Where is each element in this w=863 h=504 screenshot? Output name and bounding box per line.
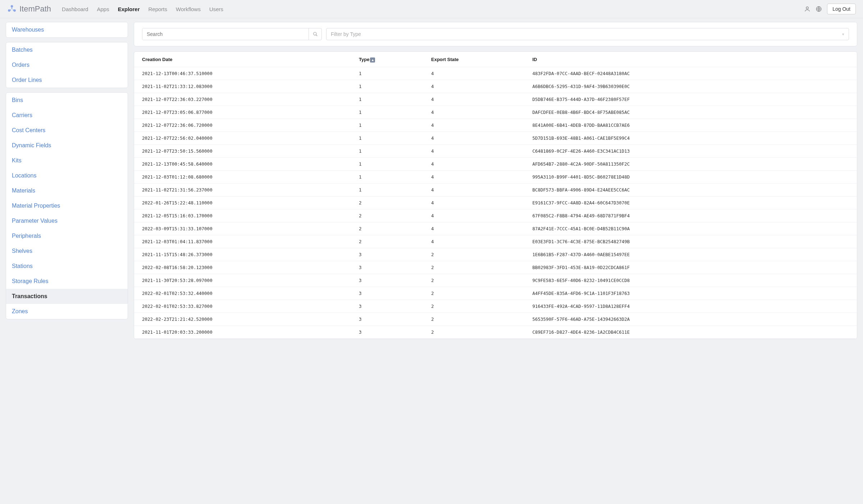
sidebar-item-order-lines[interactable]: Order Lines [6,73,128,88]
brand-text: ItemPath [19,4,51,14]
sidebar-item-storage-rules[interactable]: Storage Rules [6,274,128,289]
cell-export-state: 2 [423,287,524,300]
table-row[interactable]: 2021-12-07T23:05:06.87700014DAFCDFEE-0EB… [134,106,857,119]
table-row[interactable]: 2022-03-09T15:31:33.1070002487A2F41E-7CC… [134,222,857,235]
table-row[interactable]: 2021-11-02T21:33:12.08300014A6B6DBC6-529… [134,80,857,93]
table-row[interactable]: 2021-12-05T15:16:03.1700002467F085C2-F8B… [134,209,857,222]
sidebar-item-warehouses[interactable]: Warehouses [6,22,128,37]
sidebar-item-peripherals[interactable]: Peripherals [6,228,128,244]
top-bar: ItemPath DashboardAppsExplorerReportsWor… [0,0,863,18]
table-row[interactable]: 2022-02-01T02:53:32.44000032A4FF45DE-835… [134,287,857,300]
sidebar-item-zones[interactable]: Zones [6,304,128,319]
cell-id: C89EF716-D827-4DE4-8236-1A2CDB4C611E [524,325,857,338]
search-input[interactable] [142,28,309,40]
cell-type: 1 [351,80,423,93]
user-icon[interactable] [804,6,811,12]
table-row[interactable]: 2021-12-13T00:45:58.64000014AFD654B7-288… [134,157,857,170]
sidebar-item-transactions[interactable]: Transactions [6,289,128,304]
table-row[interactable]: 2021-12-03T01:04:11.83700024E03E3FD1-3C7… [134,235,857,248]
type-filter[interactable]: Filter by Type ▾ [326,28,849,40]
logout-button[interactable]: Log Out [827,4,856,14]
cell-type: 3 [351,261,423,274]
cell-id: C6481869-0C2F-4E26-A460-E3C341AC1D13 [524,144,857,157]
cell-id: 67F085C2-F8B8-4794-AE49-68D7871F9BF4 [524,209,857,222]
sidebar-item-locations[interactable]: Locations [6,168,128,183]
cell-export-state: 4 [423,235,524,248]
cell-type: 3 [351,287,423,300]
cell-creation-date: 2022-02-08T16:58:20.123000 [134,261,351,274]
cell-creation-date: 2021-12-13T00:46:37.510000 [134,67,351,80]
nav-reports[interactable]: Reports [149,6,168,12]
table-row[interactable]: 2022-01-26T15:22:48.11000024E9161C37-9FC… [134,196,857,209]
column-label: Type [359,57,369,62]
table-row[interactable]: 2021-12-07T22:36:03.22700014D5DB746E-B37… [134,93,857,106]
cell-id: E9161C37-9FCC-4A8D-82A4-60C647D3070E [524,196,857,209]
transactions-table: Creation DateType▲Export StateID 2021-12… [134,52,857,339]
column-type[interactable]: Type▲ [351,52,423,67]
cell-id: E03E3FD1-3C76-4C3E-875E-BCB25482749B [524,235,857,248]
cell-export-state: 2 [423,300,524,313]
cell-type: 2 [351,196,423,209]
logo-icon [7,4,17,14]
table-row[interactable]: 2021-12-03T01:12:08.68000014995A3110-B99… [134,170,857,183]
nav-workflows[interactable]: Workflows [176,6,201,12]
cell-type: 1 [351,183,423,196]
cell-type: 2 [351,209,423,222]
table-row[interactable]: 2021-11-02T21:31:56.23700014BC8DF573-BBF… [134,183,857,196]
table-row[interactable]: 2021-11-15T15:48:26.373000321E6B61B5-F28… [134,248,857,261]
sidebar-item-dynamic-fields[interactable]: Dynamic Fields [6,138,128,153]
cell-creation-date: 2021-12-13T00:45:58.640000 [134,157,351,170]
nav-users[interactable]: Users [209,6,223,12]
sidebar-item-bins[interactable]: Bins [6,93,128,108]
brand[interactable]: ItemPath [7,4,51,14]
table-row[interactable]: 2021-11-30T20:53:28.097000329C9FE583-6E5… [134,274,857,287]
cell-creation-date: 2021-12-07T22:56:02.040000 [134,131,351,144]
search-button[interactable] [309,28,321,40]
table-row[interactable]: 2021-12-07T22:36:06.720000148E41A00E-6B4… [134,119,857,131]
sidebar-item-carriers[interactable]: Carriers [6,108,128,123]
table-row[interactable]: 2022-02-08T16:58:20.12300032BB02983F-3FD… [134,261,857,274]
column-export-state[interactable]: Export State [423,52,524,67]
table-header-row: Creation DateType▲Export StateID [134,52,857,67]
sidebar-item-cost-centers[interactable]: Cost Centers [6,123,128,138]
table-row[interactable]: 2022-02-01T02:53:33.82700032916433FE-492… [134,300,857,313]
nav-apps[interactable]: Apps [97,6,109,12]
sidebar-item-stations[interactable]: Stations [6,259,128,274]
sidebar-item-parameter-values[interactable]: Parameter Values [6,213,128,228]
cell-export-state: 4 [423,67,524,80]
column-label: ID [532,57,537,62]
cell-creation-date: 2022-03-09T15:31:33.107000 [134,222,351,235]
cell-creation-date: 2021-12-07T22:36:03.227000 [134,93,351,106]
sidebar-item-kits[interactable]: Kits [6,153,128,168]
sidebar-item-batches[interactable]: Batches [6,42,128,57]
table-row[interactable]: 2022-02-23T21:21:42.520000325653590F-57F… [134,313,857,325]
cell-type: 2 [351,222,423,235]
cell-export-state: 4 [423,157,524,170]
sidebar-item-orders[interactable]: Orders [6,57,128,73]
table-row[interactable]: 2021-12-07T23:50:15.56000014C6481869-0C2… [134,144,857,157]
cell-export-state: 4 [423,80,524,93]
main: Filter by Type ▾ Creation DateType▲Expor… [134,22,857,339]
search-wrap [142,28,322,40]
sidebar-group: BatchesOrdersOrder Lines [6,42,128,88]
cell-creation-date: 2021-11-30T20:53:28.097000 [134,274,351,287]
table-row[interactable]: 2021-12-13T00:46:37.51000014483F2FDA-07C… [134,67,857,80]
cell-creation-date: 2021-11-01T20:03:33.200000 [134,325,351,338]
column-creation-date[interactable]: Creation Date [134,52,351,67]
sidebar-item-material-properties[interactable]: Material Properties [6,198,128,213]
globe-icon[interactable] [816,6,822,12]
nav-explorer[interactable]: Explorer [118,6,140,12]
cell-creation-date: 2021-12-07T23:05:06.877000 [134,106,351,119]
column-id[interactable]: ID [524,52,857,67]
sidebar-item-shelves[interactable]: Shelves [6,244,128,259]
sidebar-item-materials[interactable]: Materials [6,183,128,198]
table-card: Creation DateType▲Export StateID 2021-12… [134,51,857,339]
filter-card: Filter by Type ▾ [134,22,857,46]
cell-id: BC8DF573-BBFA-4906-89D4-E24AEE5CC6AC [524,183,857,196]
table-row[interactable]: 2021-12-07T22:56:02.040000145D7D151B-693… [134,131,857,144]
cell-id: 87A2F41E-7CCC-45A1-BC0E-D4B52B11C90A [524,222,857,235]
table-row[interactable]: 2021-11-01T20:03:33.20000032C89EF716-D82… [134,325,857,338]
sidebar: WarehousesBatchesOrdersOrder LinesBinsCa… [6,22,128,319]
nav-dashboard[interactable]: Dashboard [62,6,88,12]
topbar-right: Log Out [804,4,856,14]
